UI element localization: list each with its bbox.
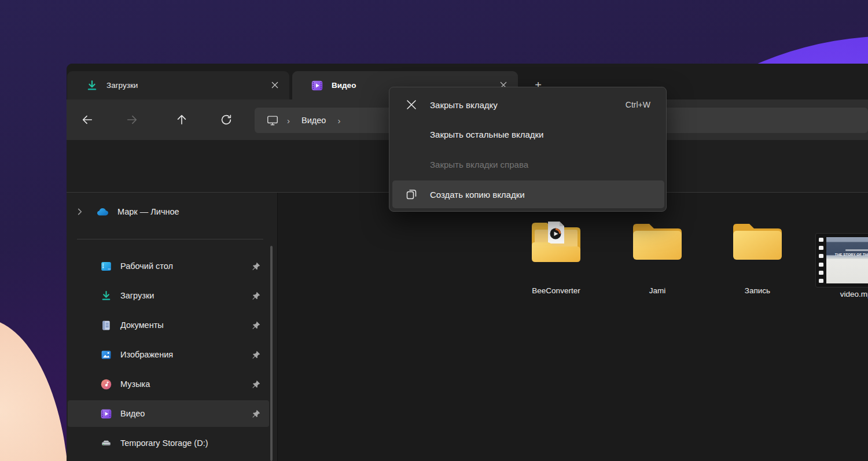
menu-item-label: Закрыть вкладки справа [430, 160, 664, 169]
menu-item-close-tabs-right: Закрыть вкладки справа [392, 150, 664, 178]
menu-item-label: Закрыть вкладку [430, 100, 626, 110]
refresh-icon[interactable] [220, 113, 233, 126]
file-name: BeeConverter [506, 286, 606, 295]
sidebar-item-documents[interactable]: Документы [68, 312, 269, 338]
music-icon [100, 378, 112, 390]
folder-icon [628, 217, 686, 263]
menu-item-shortcut: Ctrl+W [626, 100, 650, 109]
video-icon [100, 408, 112, 420]
sidebar-item-music[interactable]: Музыка [68, 371, 269, 397]
forward-icon[interactable] [126, 113, 138, 126]
breadcrumb-chevron-icon: › [337, 116, 340, 126]
downloads-icon [86, 79, 98, 92]
menu-item-close-other-tabs[interactable]: Закрыть остальные вкладки [392, 120, 664, 148]
menu-item-label: Закрыть остальные вкладки [430, 130, 664, 139]
wallpaper-peach-circle [0, 318, 69, 461]
pin-icon [251, 320, 261, 330]
desktop-icon [100, 260, 112, 272]
navigation-pane: Марк — Личное Рабочий стол Загрузки [67, 193, 278, 461]
file-name: Запись [707, 286, 808, 295]
sidebar-item-label: Видео [120, 409, 251, 418]
sidebar-scrollbar[interactable] [270, 246, 273, 461]
sidebar-item-label: Изображения [120, 350, 251, 359]
pin-icon [251, 261, 261, 271]
sidebar-item-label: Музыка [120, 379, 251, 389]
close-icon [406, 99, 417, 110]
breadcrumb-item[interactable]: Видео [298, 113, 329, 127]
video-frame: THE STORY OF THE RACE [826, 237, 868, 283]
sidebar-item-label: Марк — Личное [117, 207, 179, 216]
back-icon[interactable] [81, 113, 94, 126]
downloads-icon [100, 290, 112, 302]
tab-context-menu: Закрыть вкладку Ctrl+W Закрыть остальные… [389, 87, 667, 212]
breadcrumb-chevron-icon: › [287, 116, 290, 126]
tab-downloads[interactable]: Загрузки [67, 71, 289, 99]
pin-icon [251, 379, 261, 389]
menu-item-label: Создать копию вкладки [430, 190, 664, 200]
folder-open-icon [527, 217, 585, 263]
content-area: Марк — Личное Рабочий стол Загрузки [67, 193, 868, 461]
menu-item-duplicate-tab[interactable]: Создать копию вкладки [392, 180, 664, 208]
tab-close-icon[interactable] [269, 79, 281, 91]
video-thumbnail: THE STORY OF THE RACE [815, 233, 868, 287]
folder-icon [729, 217, 786, 263]
sidebar-item-label: Загрузки [120, 291, 251, 300]
documents-icon [100, 319, 112, 331]
file-list-area: BeeConverter Jami Запись [278, 193, 868, 461]
sidebar-item-onedrive[interactable]: Марк — Личное [68, 198, 269, 225]
thumb-blurred-line [845, 249, 868, 251]
sidebar-item-label: Рабочий стол [120, 261, 251, 271]
drive-icon [100, 437, 112, 449]
sidebar-item-downloads[interactable]: Загрузки [68, 282, 269, 309]
video-icon [311, 79, 323, 92]
onedrive-cloud-icon [95, 206, 111, 217]
file-name: Jami [607, 286, 708, 295]
sidebar-item-label: Temporary Storage (D:) [120, 438, 269, 448]
sidebar-item-drive-d[interactable]: Temporary Storage (D:) [68, 430, 269, 456]
pin-icon [251, 350, 261, 360]
expand-chevron-icon[interactable] [76, 208, 84, 216]
tab-label: Видео [332, 81, 356, 90]
file-name: video.mp4 [808, 290, 868, 298]
sidebar-item-desktop[interactable]: Рабочий стол [68, 253, 269, 279]
filmstrip-holes [816, 234, 826, 287]
sidebar-item-pictures[interactable]: Изображения [68, 341, 269, 368]
pin-icon [251, 291, 261, 301]
monitor-icon [266, 114, 279, 127]
tab-label: Загрузки [106, 81, 138, 90]
thumb-title: THE STORY OF THE RACE [826, 253, 868, 256]
sidebar-divider [77, 239, 263, 239]
pin-icon [251, 409, 261, 419]
up-icon[interactable] [175, 113, 188, 126]
menu-item-close-tab[interactable]: Закрыть вкладку Ctrl+W [392, 91, 664, 119]
sidebar-item-videos[interactable]: Видео [68, 400, 269, 427]
sidebar-item-label: Документы [120, 320, 251, 330]
pictures-icon [100, 349, 112, 361]
duplicate-icon [406, 189, 417, 200]
